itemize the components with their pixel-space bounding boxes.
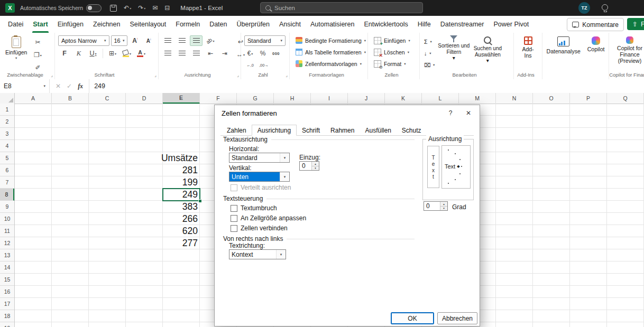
row-header[interactable]: 12 <box>0 237 14 249</box>
ribbon-tab[interactable]: Hilfe <box>413 16 436 33</box>
column-header[interactable]: E <box>163 93 200 104</box>
diamond-icon[interactable]: ◆ <box>457 164 459 169</box>
borders-button[interactable]: ⊞▾ <box>106 48 119 59</box>
column-header[interactable]: G <box>237 93 274 104</box>
column-header[interactable]: F <box>200 93 237 104</box>
save-button[interactable] <box>110 5 117 12</box>
column-header[interactable]: N <box>496 93 533 104</box>
dialog-launcher-icon[interactable]: ⌟ <box>237 73 239 78</box>
currency-button[interactable]: €▾ <box>244 48 256 59</box>
orientation-button[interactable]: ab▾ <box>204 35 217 46</box>
formula-bar-value[interactable]: 249 <box>89 82 110 90</box>
chevron-down-icon[interactable]: ▾ <box>130 52 131 55</box>
avatar[interactable]: TZ <box>578 2 590 14</box>
checkbox[interactable]: Textumbruch <box>231 204 306 212</box>
fill-button[interactable]: ↓▾ <box>422 48 437 59</box>
align-right-button[interactable] <box>190 48 203 59</box>
cell[interactable]: 266 <box>163 213 200 225</box>
chevron-down-icon[interactable]: ▾ <box>15 56 17 60</box>
conditional-formatting-button[interactable]: Bedingte Formatierung ▾ <box>292 35 367 46</box>
chevron-down-icon[interactable]: ▾ <box>251 52 253 55</box>
column-header[interactable]: L <box>422 93 459 104</box>
fill-color-button[interactable]: ▾ <box>121 48 133 59</box>
decrease-indent-button[interactable]: ⇤ <box>204 48 217 59</box>
chevron-down-icon[interactable]: ▾ <box>40 53 42 57</box>
cancel-entry-icon[interactable]: ✕ <box>56 82 61 90</box>
shrink-font-button[interactable]: A↓ <box>143 35 155 46</box>
dialog-launcher-icon[interactable]: ⌟ <box>154 73 157 78</box>
chevron-down-icon[interactable]: ▾ <box>276 250 286 259</box>
format-as-table-button[interactable]: Als Tabelle formatieren ▾ <box>292 46 367 58</box>
copy-button[interactable]: ❐▾ <box>31 50 44 60</box>
share-button[interactable]: ⇧ Freigeben <box>627 18 644 30</box>
row-header[interactable]: 11 <box>0 225 14 237</box>
degrees-spinner[interactable]: 0 ▴▾ <box>424 201 448 211</box>
chevron-down-icon[interactable]: ▾ <box>95 52 97 55</box>
ribbon-tab[interactable]: Start <box>28 16 52 33</box>
dialog-tab[interactable]: Ausrichtung <box>252 125 297 136</box>
select-all-corner[interactable] <box>0 93 15 104</box>
row-header[interactable]: 5 <box>0 152 14 164</box>
bold-button[interactable]: F <box>58 48 71 59</box>
row-header[interactable]: 18 <box>0 310 14 322</box>
vertical-select[interactable]: Unten ▾ <box>229 172 290 182</box>
row-header[interactable]: 10 <box>0 213 14 225</box>
ribbon-tab[interactable]: Überprüfen <box>232 16 274 33</box>
find-select-button[interactable]: Suchen und Auswählen ▾ <box>471 34 504 70</box>
dialog-tab[interactable]: Ausfüllen <box>360 125 396 135</box>
excel-logo-icon[interactable]: X <box>5 3 15 13</box>
name-box[interactable]: E8 ▾ <box>0 79 50 93</box>
underline-button[interactable]: U▾ <box>87 48 99 59</box>
spin-down-icon[interactable]: ▾ <box>312 166 319 171</box>
column-header[interactable]: C <box>89 93 126 104</box>
checkbox-icon[interactable] <box>231 215 237 222</box>
row-header[interactable]: 4 <box>0 140 14 152</box>
row-header[interactable]: 2 <box>0 116 14 128</box>
autosave-control[interactable]: Automatisches Speichern <box>20 4 102 12</box>
column-header[interactable]: P <box>570 93 607 104</box>
cell[interactable]: 199 <box>163 176 200 189</box>
cell[interactable]: Umsätze <box>163 152 200 164</box>
sort-filter-button[interactable]: Sortieren und Filtern ▾ <box>437 34 471 70</box>
cell-styles-button[interactable]: Zellenformatvorlagen ▾ <box>292 58 367 69</box>
ribbon-tab[interactable]: Datenstreamer <box>436 16 489 33</box>
chevron-down-icon[interactable]: ▾ <box>130 6 131 10</box>
horizontal-select[interactable]: Standard ▾ <box>229 153 290 163</box>
percent-button[interactable]: % <box>257 48 268 59</box>
ribbon-tab[interactable]: Seitenlayout <box>125 16 171 33</box>
insert-cells-button[interactable]: + Einfügen ▾ <box>371 35 419 46</box>
row-header[interactable]: 8 <box>0 189 14 201</box>
row-header[interactable]: 3 <box>0 128 14 140</box>
thousands-separator-button[interactable]: 000 <box>270 48 282 59</box>
addins-button[interactable]: Add-Ins <box>517 35 540 60</box>
copilot-finance-button[interactable]: Copilot for Finance (Preview) <box>610 35 644 65</box>
delete-cells-button[interactable]: ✕ Löschen ▾ <box>371 46 419 58</box>
row-header[interactable]: 13 <box>0 249 14 261</box>
row-header[interactable]: 1 <box>0 104 14 116</box>
align-left-button[interactable] <box>161 48 174 59</box>
column-header[interactable]: K <box>385 93 422 104</box>
font-color-button[interactable]: A ▾ <box>135 48 148 59</box>
ribbon-tab[interactable]: Formeln <box>171 16 205 33</box>
font-size-select[interactable]: 16 ▾ <box>111 35 128 46</box>
row-header[interactable]: 6 <box>0 164 14 176</box>
checkbox[interactable]: Zellen verbinden <box>231 225 306 232</box>
ribbon-tab[interactable]: Ansicht <box>274 16 306 33</box>
undo-button[interactable]: ↶▾ <box>124 4 131 12</box>
row-header[interactable]: 16 <box>0 286 14 298</box>
column-header[interactable]: J <box>348 93 385 104</box>
cancel-button[interactable]: Abbrechen <box>437 312 477 324</box>
indent-spinner[interactable]: 0 ▴▾ <box>299 161 319 171</box>
insert-function-button[interactable]: fx <box>78 82 83 90</box>
ribbon-tab[interactable]: Power Pivot <box>489 16 533 33</box>
clear-button[interactable]: ⌧▾ <box>422 59 437 70</box>
cell[interactable]: 620 <box>163 225 200 237</box>
ribbon-tab[interactable]: Daten <box>205 16 232 33</box>
dialog-tab[interactable]: Rahmen <box>325 125 360 135</box>
dialog-tab[interactable]: Zahlen <box>222 125 252 135</box>
mail-button[interactable]: ✉ <box>152 4 158 12</box>
window-button[interactable]: ⊟ <box>164 4 170 12</box>
chevron-down-icon[interactable]: ▾ <box>280 153 289 162</box>
italic-button[interactable]: K <box>72 48 85 59</box>
lightbulb-icon[interactable] <box>602 4 608 11</box>
